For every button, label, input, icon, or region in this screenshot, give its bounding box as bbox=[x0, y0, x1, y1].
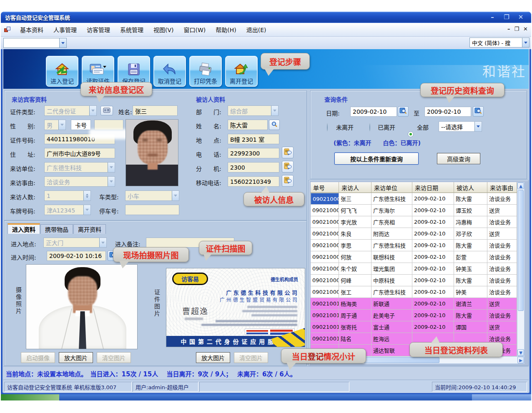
scroll-down-icon[interactable]: ▼ bbox=[517, 349, 524, 356]
table-cell[interactable]: 送货 bbox=[487, 228, 517, 240]
entry-time-field[interactable]: 2009-02-10 10:16 bbox=[47, 251, 106, 261]
menu-item-visitor[interactable]: 访客管理 bbox=[83, 24, 114, 35]
dial-phone-button[interactable] bbox=[282, 147, 294, 158]
minimize-icon[interactable]: – bbox=[488, 13, 497, 21]
print-receipt-button[interactable]: 打印凭条 bbox=[189, 56, 222, 87]
parking-field[interactable] bbox=[125, 205, 179, 215]
table-cell[interactable]: 洽谈业务 bbox=[487, 286, 517, 298]
entry-location-select[interactable]: 正大门 bbox=[43, 238, 107, 248]
table-cell[interactable]: 附而达 bbox=[371, 228, 412, 240]
advanced-query-button[interactable]: 高级查询 bbox=[437, 153, 480, 164]
date-from-picker-button[interactable] bbox=[398, 106, 409, 117]
table-cell[interactable]: 杨海类 bbox=[339, 298, 371, 310]
table-cell[interactable]: 广东德生科技 bbox=[371, 286, 412, 298]
close-icon[interactable]: ✕ bbox=[516, 13, 525, 21]
menu-item-help[interactable]: 帮助(H) bbox=[211, 24, 240, 35]
table-cell[interactable]: 朱良 bbox=[339, 228, 371, 240]
table-row[interactable]: 090210008何峰中原科技2009-02-10陈大雷洽谈业务 bbox=[311, 275, 517, 286]
visitor-name-field[interactable]: 张三 bbox=[133, 105, 178, 116]
table-row[interactable]: 090210002何飞飞广东海尔2009-02-10谭玉姣送货 bbox=[311, 205, 517, 216]
table-cell[interactable]: 090210001 bbox=[311, 193, 339, 205]
dial-mobile-button[interactable] bbox=[282, 175, 294, 187]
reason-select[interactable]: 洽谈业务 bbox=[44, 176, 115, 187]
table-cell[interactable]: 090210008 bbox=[311, 275, 339, 286]
table-row[interactable]: 090210001张三广东德生科技2009-02-10陈大雷洽谈业务 bbox=[311, 193, 517, 205]
scroll-up-icon[interactable]: ▲ bbox=[517, 183, 524, 189]
table-cell[interactable]: 2009-02-10 bbox=[412, 251, 454, 263]
table-cell[interactable]: 2009-02-10 bbox=[412, 240, 454, 251]
table-row[interactable]: 090210009张工广东德生科技2009-02-10钟美洽谈业务 bbox=[311, 286, 517, 298]
radio-left[interactable] bbox=[369, 123, 370, 132]
radio-not-left[interactable] bbox=[327, 123, 328, 132]
language-bar[interactable]: 中文 (简体) - 搜 bbox=[469, 38, 529, 48]
phone-field[interactable]: 22992300 bbox=[228, 148, 279, 158]
table-row[interactable]: 090210007朱个奴理光集团2009-02-10钟美玉洽谈业务 bbox=[311, 263, 517, 275]
table-cell[interactable]: 赴美电子 bbox=[371, 310, 412, 321]
visitee-name-field[interactable]: 陈大雷 bbox=[228, 120, 268, 130]
table-cell[interactable]: 邓子欣 bbox=[454, 228, 487, 240]
table-cell[interactable]: 谢清兰 bbox=[454, 298, 487, 310]
address-field[interactable]: 广州市中山大道89号 bbox=[44, 148, 115, 158]
table-cell[interactable]: 090210007 bbox=[311, 263, 339, 275]
table-cell[interactable]: 2009-02-10 bbox=[412, 310, 454, 321]
table-vscrollbar[interactable]: ▲ ▼ bbox=[517, 182, 524, 356]
table-cell[interactable]: 联想科技 bbox=[371, 251, 412, 263]
table-cell[interactable]: 090210006 bbox=[311, 251, 339, 263]
tab-carried-items[interactable]: 携带物品 bbox=[40, 224, 73, 234]
table-cell[interactable]: 2009-02-10 bbox=[412, 321, 454, 333]
table-cell[interactable]: 洽谈业务 bbox=[487, 193, 517, 205]
card-reader-button[interactable] bbox=[100, 106, 113, 115]
table-cell[interactable]: 富士通 bbox=[371, 321, 412, 333]
table-row[interactable]: 090210004朱良附而达2009-02-10邓子欣送货 bbox=[311, 228, 517, 240]
menu-item-system[interactable]: 系统管理 bbox=[116, 24, 148, 35]
vehicle-type-select[interactable]: 小车 bbox=[125, 190, 179, 201]
table-cell[interactable]: 洽谈业务 bbox=[487, 263, 517, 275]
table-cell[interactable]: 广东德生科技 bbox=[371, 193, 412, 205]
scroll-right-icon[interactable]: ▶ bbox=[517, 357, 524, 363]
table-cell[interactable]: 洽谈业务 bbox=[487, 310, 517, 321]
table-cell[interactable]: 090210009 bbox=[311, 286, 339, 298]
table-cell[interactable]: 洽谈业务 bbox=[487, 275, 517, 286]
table-cell[interactable]: 张三 bbox=[339, 193, 371, 205]
date-to-picker-button[interactable] bbox=[473, 106, 484, 117]
dial-ext-button[interactable] bbox=[282, 161, 294, 173]
date-from-field[interactable]: 2009-02-10 bbox=[350, 107, 397, 117]
search-person-button[interactable] bbox=[269, 120, 280, 130]
table-cell[interactable]: 陈大雷 bbox=[454, 240, 487, 251]
table-cell[interactable]: 090210010 bbox=[311, 298, 339, 310]
table-cell[interactable]: 理光集团 bbox=[371, 263, 412, 275]
filter-select[interactable]: --请选择 bbox=[439, 121, 482, 132]
location-field[interactable]: B幢 2301 室 bbox=[228, 134, 279, 144]
id-type-select[interactable]: 二代身份证 bbox=[44, 105, 97, 116]
clear-photo-button[interactable]: 清空图片 bbox=[97, 352, 131, 363]
col-header[interactable]: 来访人 bbox=[339, 182, 371, 193]
col-header[interactable]: 来访日期 bbox=[412, 182, 454, 193]
table-cell[interactable]: 通达智联 bbox=[371, 345, 412, 356]
table-row[interactable]: 090210010杨海类新联通2009-02-10谢清兰送货 bbox=[311, 298, 517, 310]
date-to-field[interactable]: 2009-02-10 bbox=[424, 107, 471, 117]
table-cell[interactable]: 彭萱 bbox=[454, 251, 487, 263]
card-no-field[interactable] bbox=[94, 120, 123, 130]
table-cell[interactable]: 钟美 bbox=[454, 286, 487, 298]
plate-select[interactable]: 津A12345 bbox=[44, 205, 91, 215]
table-cell[interactable]: 中原科技 bbox=[371, 275, 412, 286]
table-cell[interactable]: 2009-02-10 bbox=[412, 263, 454, 275]
table-cell[interactable]: 陈大雷 bbox=[454, 310, 487, 321]
mdi-close-icon[interactable]: ✕ bbox=[523, 26, 528, 32]
table-cell[interactable]: 张工 bbox=[339, 286, 371, 298]
table-cell[interactable]: 2009-02-10 bbox=[412, 275, 454, 286]
tab-leave-info[interactable]: 离开资料 bbox=[73, 224, 106, 234]
col-header[interactable]: 来访事由 bbox=[487, 182, 517, 193]
table-cell[interactable]: 李思 bbox=[339, 240, 371, 251]
table-cell[interactable]: 2009-02-10 bbox=[412, 216, 454, 228]
count-stepper[interactable]: 1 bbox=[44, 190, 91, 201]
table-cell[interactable]: 何峰 bbox=[339, 275, 371, 286]
dept-select[interactable]: 综合部 bbox=[228, 105, 279, 116]
requery-button[interactable]: 按以上条件重新查询 bbox=[334, 153, 419, 165]
col-header[interactable]: 来访单位 bbox=[371, 182, 412, 193]
zoom-photo-button[interactable]: 放大图片 bbox=[59, 352, 93, 363]
radio-all[interactable] bbox=[408, 131, 414, 137]
table-cell[interactable]: 洽谈业务 bbox=[487, 240, 517, 251]
table-cell[interactable]: 2009-02-10 bbox=[412, 205, 454, 216]
table-row[interactable]: 090210003李光放广东亮相2009-02-10冯惠梅洽谈业务 bbox=[311, 216, 517, 228]
